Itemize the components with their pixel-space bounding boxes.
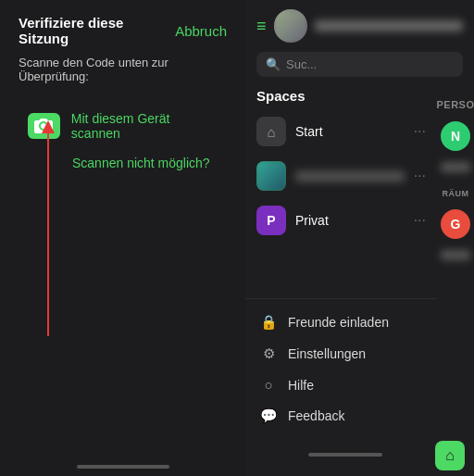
user-name <box>315 20 463 31</box>
invite-label: Freunde einladen <box>288 315 389 330</box>
rooms-label: RÄUM <box>431 183 475 202</box>
left-title: Verifiziere diese Sitzung <box>19 15 168 46</box>
scan-options: Mit diesem Gerät scannen Scannen nicht m… <box>0 102 245 465</box>
right-sidebar-letters: PERSO N RÄUM G <box>437 84 474 437</box>
right-header: ≡ <box>245 0 474 48</box>
space-name-privat: Privat <box>295 213 405 228</box>
menu-item-settings[interactable]: ⚙ Einstellungen <box>245 338 437 370</box>
space-item-start[interactable]: ⌂ Start ··· <box>245 109 437 154</box>
space-more-privat[interactable]: ··· <box>414 212 426 229</box>
persons-label: PERSO <box>426 94 475 114</box>
arrow-line <box>47 132 49 336</box>
person-avatar-n[interactable]: N <box>441 121 470 151</box>
spaces-list: ⌂ Start ··· ··· P Privat ··· <box>245 109 437 298</box>
space-name-blurred <box>295 171 405 182</box>
bottom-indicator-left <box>77 465 169 469</box>
hamburger-icon[interactable]: ≡ <box>256 18 267 34</box>
feedback-icon: 💬 <box>260 407 277 424</box>
space-item-blurred[interactable]: ··· <box>245 154 437 198</box>
privat-icon: P <box>256 206 286 235</box>
cancel-button[interactable]: Abbruch <box>175 23 227 39</box>
home-button[interactable]: ⌂ <box>435 441 465 470</box>
search-placeholder: Suc... <box>286 57 317 71</box>
left-panel: Verifiziere diese Sitzung Abbruch Scanne… <box>0 0 245 476</box>
avatar-image <box>274 9 307 43</box>
right-panel: ≡ 🔍 Suc... Spaces ⌂ Start ··· <box>245 0 474 476</box>
person-blurred <box>441 162 470 172</box>
feedback-label: Feedback <box>288 408 344 423</box>
scan-device-option[interactable]: Mit diesem Gerät scannen <box>28 111 218 141</box>
spaces-label: Spaces <box>245 84 437 109</box>
arrow-head <box>42 120 55 133</box>
bottom-menu: 🔒 Freunde einladen ⚙ Einstellungen ○ Hil… <box>245 298 437 437</box>
help-icon: ○ <box>260 377 277 393</box>
space-icon-green <box>256 161 286 191</box>
menu-item-feedback[interactable]: 💬 Feedback <box>245 400 437 432</box>
avatar <box>274 9 307 43</box>
person-avatar-g[interactable]: G <box>441 209 470 239</box>
scan-device-label: Mit diesem Gerät scannen <box>71 111 218 141</box>
bottom-indicator-right <box>308 453 382 457</box>
invite-icon: 🔒 <box>260 314 277 331</box>
left-subtitle: Scanne den Code unten zur Überprüfung: <box>0 56 245 102</box>
help-label: Hilfe <box>288 378 314 393</box>
space-more-start[interactable]: ··· <box>414 123 426 140</box>
scan-impossible-label[interactable]: Scannen nicht möglich? <box>28 156 210 170</box>
menu-item-help[interactable]: ○ Hilfe <box>245 370 437 400</box>
person-blurred-2 <box>441 250 470 260</box>
space-name-start: Start <box>295 124 405 139</box>
settings-icon: ⚙ <box>260 345 277 362</box>
home-icon: ⌂ <box>256 117 286 146</box>
right-main: Spaces ⌂ Start ··· ··· <box>245 84 437 437</box>
left-header: Verifiziere diese Sitzung Abbruch <box>0 0 245 56</box>
search-icon: 🔍 <box>266 57 281 71</box>
settings-label: Einstellungen <box>288 346 366 361</box>
space-item-privat[interactable]: P Privat ··· <box>245 198 437 243</box>
space-more-blurred[interactable]: ··· <box>414 168 426 184</box>
search-bar[interactable]: 🔍 Suc... <box>256 52 463 77</box>
menu-item-invite[interactable]: 🔒 Freunde einladen <box>245 307 437 338</box>
right-sections: Spaces ⌂ Start ··· ··· <box>245 84 474 437</box>
arrow-indicator <box>42 120 55 336</box>
